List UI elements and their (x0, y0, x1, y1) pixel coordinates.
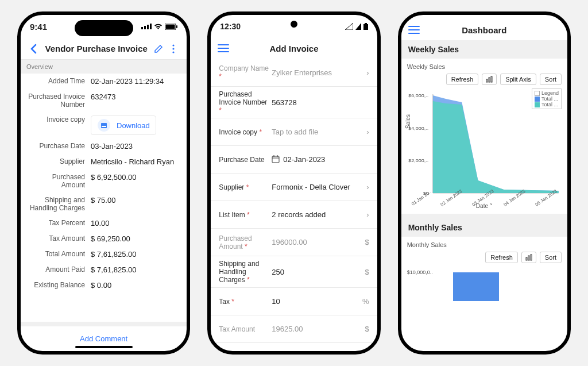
monthly-subtitle: Monthly Sales (407, 241, 562, 248)
svg-rect-19 (486, 79, 488, 82)
label-total: Total Amount (28, 250, 91, 258)
edit-button[interactable] (151, 41, 166, 56)
field-invoice-copy[interactable]: Tap to add file (272, 128, 359, 136)
field-supplier[interactable]: Formonix - Della Clover (272, 183, 359, 191)
phone-invoice-detail: 9:41 Vendor Purchase Invoice (17, 11, 190, 355)
x-ticks: 01 Jan 20.. 02 Jan 2023 03 Jan 2023 04 J… (407, 195, 562, 201)
value-added-time: 02-Jan-2023 11:29:34 (91, 77, 180, 86)
download-label: Download (117, 121, 150, 130)
back-button[interactable] (26, 41, 41, 56)
svg-rect-21 (491, 76, 492, 82)
menu-button[interactable] (218, 44, 229, 52)
chevron-right-icon: › (360, 68, 369, 77)
svg-rect-5 (166, 24, 175, 29)
dashboard-header: Dashboard (401, 20, 567, 40)
label-shipping: Shipping and Handling Charges * (219, 260, 272, 284)
monthly-chart[interactable]: $10,000,0.. (407, 267, 562, 301)
value-purchase-date: 03-Jan-2023 (91, 142, 180, 151)
svg-rect-28 (526, 257, 527, 260)
value-tax-pct: 10.00 (91, 219, 180, 228)
home-indicator (75, 346, 133, 348)
svg-rect-0 (141, 27, 143, 29)
menu-button[interactable] (408, 26, 420, 34)
weekly-section-header: Weekly Sales (401, 40, 567, 59)
split-axis-button[interactable]: Split Axis (500, 74, 536, 85)
currency-unit: $ (360, 268, 369, 276)
currency-unit: $ (360, 325, 369, 333)
field-purchase-date[interactable]: 02-Jan-2023 (272, 155, 359, 164)
calendar-icon (272, 155, 280, 163)
file-icon (97, 118, 111, 132)
label-tax-pct: Tax Percent (28, 219, 91, 227)
svg-rect-2 (147, 25, 149, 29)
label-shipping: Shipping and Handling Charges (28, 196, 91, 212)
sort-button[interactable]: Sort (540, 74, 562, 85)
svg-rect-30 (531, 255, 532, 260)
label-added-time: Added Time (28, 77, 91, 85)
weekly-pane: Weekly Sales Refresh Split Axis Sort Leg… (401, 59, 567, 214)
percent-unit: % (360, 297, 369, 306)
label-company: Company Name * (219, 64, 272, 80)
status-time: 9:41 (30, 22, 47, 32)
download-button[interactable]: Download (91, 115, 156, 135)
value-total: $ 7,61,825.00 (91, 250, 180, 259)
field-invoice-no[interactable]: 563728 (272, 98, 359, 107)
chart-options-button[interactable] (521, 252, 536, 263)
svg-rect-6 (176, 25, 177, 28)
svg-point-7 (173, 44, 175, 46)
label-purchase-date: Purchase Date (219, 156, 272, 164)
refresh-button[interactable]: Refresh (485, 252, 518, 263)
more-button[interactable] (166, 41, 181, 56)
field-list-item[interactable]: 2 records added (272, 210, 359, 219)
bar-chart-icon (486, 76, 493, 83)
field-tax-amount: 19625.00 (272, 325, 359, 333)
label-tax-amount: Tax Amount (219, 325, 272, 333)
form-body: Company Name * Zylker Enterprises › Purc… (211, 59, 377, 351)
monthly-pane: Monthly Sales Refresh Sort $10,000,0.. (401, 237, 567, 306)
value-invoice-no: 632473 (91, 93, 180, 101)
detail-body: Added Time02-Jan-2023 11:29:34 Purchased… (21, 74, 187, 317)
label-purchased-amount: Purchased Amount * (219, 234, 272, 251)
more-vertical-icon (172, 44, 175, 53)
label-tax: Tax * (219, 298, 272, 306)
svg-point-9 (173, 51, 175, 53)
page-title: Vendor Purchase Invoice (41, 44, 151, 53)
field-tax[interactable]: 10 (272, 297, 359, 306)
label-tax-amt: Tax Amount (28, 234, 91, 242)
overview-heading: Overview (21, 60, 187, 74)
bar-chart-icon (525, 254, 532, 261)
chevron-right-icon: › (360, 128, 369, 136)
refresh-button[interactable]: Refresh (446, 74, 479, 85)
sort-button[interactable]: Sort (540, 252, 562, 263)
value-purchased-amount: $ 6,92,500.00 (91, 173, 180, 182)
svg-rect-13 (363, 24, 368, 30)
label-purchase-date: Purchase Date (28, 142, 91, 150)
phone-dashboard: Dashboard Weekly Sales Weekly Sales Refr… (398, 11, 571, 355)
value-paid: $ 7,61,825.00 (91, 265, 180, 274)
notch (75, 20, 133, 36)
chart-options-button[interactable] (482, 74, 497, 85)
svg-rect-29 (528, 256, 529, 260)
label-list-item: List Item * (219, 211, 272, 219)
chevron-right-icon: › (360, 210, 369, 219)
status-time: 12:30 (220, 22, 241, 31)
label-invoice-copy: Invoice copy (28, 115, 91, 124)
field-company[interactable]: Zylker Enterprises (272, 68, 359, 77)
svg-text:$4,000,..: $4,000,.. (408, 125, 428, 130)
value-supplier: Metricsilo - Richard Ryan (91, 157, 180, 166)
camera-hole (291, 21, 297, 28)
svg-rect-15 (272, 156, 279, 163)
label-paid: Amount Paid (28, 265, 91, 273)
form-header: Add Invoice (211, 38, 377, 59)
field-shipping[interactable]: 250 (272, 268, 359, 276)
value-tax-amt: $ 69,250.00 (91, 234, 180, 243)
svg-point-8 (173, 48, 175, 49)
value-balance: $ 0.00 (91, 281, 180, 290)
status-icons (345, 23, 368, 30)
monthly-section-header: Monthly Sales (401, 218, 567, 237)
currency-unit: $ (360, 238, 369, 246)
weekly-chart[interactable]: Legend Total ... Total ... Sales $6,000,… (407, 88, 562, 198)
svg-rect-14 (365, 23, 367, 24)
pencil-icon (154, 44, 163, 53)
label-supplier: Supplier (28, 157, 91, 165)
